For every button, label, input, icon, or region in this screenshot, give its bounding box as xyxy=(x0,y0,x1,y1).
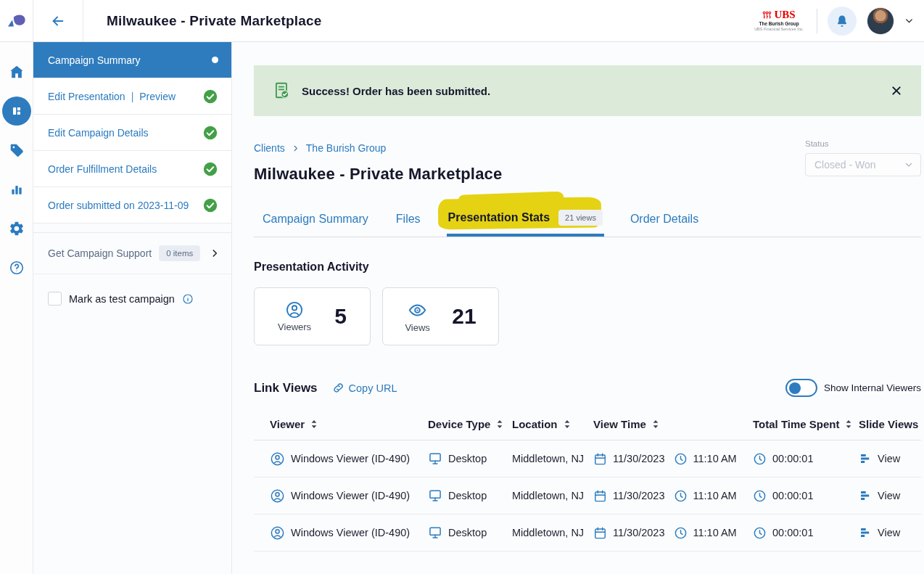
column-header-device-type[interactable]: Device Type xyxy=(428,418,512,430)
user-avatar[interactable] xyxy=(867,7,894,35)
viewer-name: Windows Viewer (ID-490) xyxy=(291,527,410,538)
page-header: Clients The Burish Group Milwaukee - Pri… xyxy=(254,142,921,184)
step-label: Order Fulfillment Details xyxy=(48,163,157,175)
notifications-button[interactable] xyxy=(828,7,857,36)
calendar-icon xyxy=(593,452,607,466)
calendar-icon xyxy=(593,526,607,540)
current-step-dot xyxy=(212,57,218,63)
chevron-right-icon xyxy=(210,248,220,258)
window-title: Milwaukee - Private Marketplace xyxy=(107,13,322,29)
test-campaign-checkbox[interactable] xyxy=(48,292,62,306)
clock-icon xyxy=(674,452,688,466)
link-icon xyxy=(332,382,345,394)
app-logo[interactable] xyxy=(0,0,33,41)
sort-icon xyxy=(564,419,571,429)
total-time-spent: 00:00:01 xyxy=(772,453,813,464)
icon-rail xyxy=(0,42,33,574)
sidebar-item-edit-campaign-details[interactable]: Edit Campaign Details xyxy=(33,115,231,151)
bell-icon xyxy=(835,14,849,28)
sidebar-item-edit-presentation[interactable]: Edit Presentation | Preview xyxy=(33,78,231,115)
table-header: Viewer Device Type Location View Time xyxy=(254,409,921,440)
tab-presentation-stats[interactable]: Presentation Stats 21 views xyxy=(447,202,604,237)
rail-item-home[interactable] xyxy=(0,52,33,91)
show-internal-viewers-toggle[interactable] xyxy=(785,379,817,397)
link-views-heading: Link Views xyxy=(254,381,318,395)
breadcrumb-chevron-icon xyxy=(292,144,300,152)
table-row: Windows Viewer (ID-490) Desktop Middleto… xyxy=(254,477,921,514)
status-filter: Status Closed - Won xyxy=(805,139,921,176)
views-stat-card: Views 21 xyxy=(382,287,499,345)
toggle-label: Show Internal Viewers xyxy=(824,382,921,393)
view-time: 11:10 AM xyxy=(693,527,737,538)
copy-url-button[interactable]: Copy URL xyxy=(332,382,397,394)
campaign-steps-sidebar: Campaign Summary Edit Presentation | Pre… xyxy=(33,42,232,574)
activity-stat-cards: Viewers 5 Views 21 xyxy=(254,287,921,345)
back-arrow-icon xyxy=(50,13,66,29)
total-time-spent: 00:00:01 xyxy=(772,490,813,501)
view-date: 11/30/2023 xyxy=(613,453,665,464)
success-banner: Success! Order has been submitted. xyxy=(254,65,921,116)
view-date: 11/30/2023 xyxy=(613,527,665,538)
view-time: 11:10 AM xyxy=(693,490,737,501)
support-items-badge: 0 items xyxy=(159,245,200,261)
get-campaign-support[interactable]: Get Campaign Support 0 items xyxy=(33,232,231,274)
check-circle-icon xyxy=(202,161,218,177)
info-icon[interactable] xyxy=(182,293,194,305)
column-header-view-time[interactable]: View Time xyxy=(593,418,753,430)
rail-item-tags[interactable] xyxy=(0,131,33,170)
check-circle-icon xyxy=(202,125,218,141)
stat-label: Views xyxy=(405,322,429,333)
viewer-icon xyxy=(270,525,285,541)
rail-item-dashboard[interactable] xyxy=(0,91,33,131)
preview-link[interactable]: Preview xyxy=(139,91,176,102)
rail-item-settings[interactable] xyxy=(0,209,33,248)
status-select[interactable]: Closed - Won xyxy=(805,153,921,176)
device-type: Desktop xyxy=(448,453,487,464)
tab-order-details[interactable]: Order Details xyxy=(629,205,700,237)
viewers-icon xyxy=(285,300,304,319)
location: Middletown, NJ xyxy=(512,453,584,464)
ubs-subtitle: The Burish Group xyxy=(754,22,804,27)
clock-icon xyxy=(674,489,688,503)
brand-logo-icon xyxy=(6,12,28,30)
clock-icon xyxy=(753,526,767,540)
column-header-viewer[interactable]: Viewer xyxy=(270,418,428,430)
tab-campaign-summary[interactable]: Campaign Summary xyxy=(261,205,370,237)
link-views-table: Viewer Device Type Location View Time xyxy=(254,409,921,552)
step-label[interactable]: Edit Presentation xyxy=(48,91,125,102)
check-circle-icon xyxy=(202,197,218,213)
rail-item-help[interactable] xyxy=(0,248,33,287)
step-label: Campaign Summary xyxy=(48,54,141,66)
view-time: 11:10 AM xyxy=(693,453,737,464)
column-header-location[interactable]: Location xyxy=(512,418,593,430)
tab-files[interactable]: Files xyxy=(395,205,422,237)
sidebar-item-campaign-summary[interactable]: Campaign Summary xyxy=(33,42,231,78)
app-window: Milwaukee - Private Marketplace UBS The … xyxy=(0,0,924,574)
breadcrumb-clients[interactable]: Clients xyxy=(254,142,285,154)
rail-item-analytics[interactable] xyxy=(0,170,33,209)
sort-icon xyxy=(310,419,318,429)
viewer-name: Windows Viewer (ID-490) xyxy=(291,490,410,501)
viewer-name: Windows Viewer (ID-490) xyxy=(291,453,410,464)
device-type: Desktop xyxy=(448,527,487,538)
sidebar-item-order-fulfillment[interactable]: Order Fulfillment Details xyxy=(33,151,231,187)
banner-close-button[interactable] xyxy=(891,85,902,97)
calendar-icon xyxy=(593,489,607,503)
viewer-icon xyxy=(270,451,285,467)
chevron-down-icon[interactable] xyxy=(904,16,914,25)
label-separator: | xyxy=(131,91,134,102)
back-button[interactable] xyxy=(33,0,83,41)
chevron-down-icon xyxy=(904,160,913,169)
column-header-total-time-spent[interactable]: Total Time Spent xyxy=(753,418,859,430)
breadcrumb-burish-group[interactable]: The Burish Group xyxy=(306,142,387,154)
slide-views-view-button[interactable]: View xyxy=(859,489,900,502)
slide-views-view-button[interactable]: View xyxy=(859,526,900,539)
main-content: Success! Order has been submitted. Clien… xyxy=(232,42,924,574)
slide-views-view-button[interactable]: View xyxy=(859,452,900,465)
test-campaign-label: Mark as test campaign xyxy=(69,293,175,305)
viewers-stat-card: Viewers 5 xyxy=(254,287,371,345)
clock-icon xyxy=(753,489,767,503)
ubs-subtext: UBS Financial Services Inc. xyxy=(754,28,804,32)
sidebar-item-order-submitted[interactable]: Order submitted on 2023-11-09 xyxy=(33,187,231,224)
tag-icon xyxy=(9,142,25,158)
